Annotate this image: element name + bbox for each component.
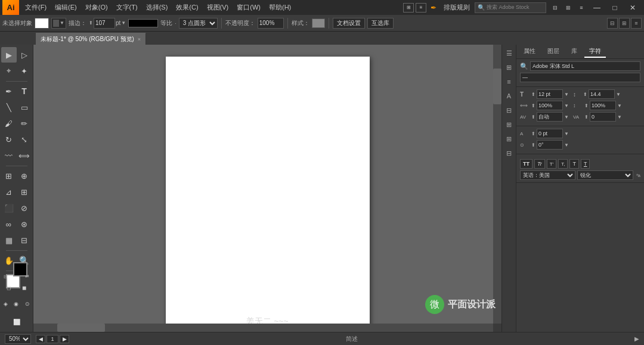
pencil-tool[interactable]: ✏ [17, 116, 32, 131]
layers-panel-btn[interactable]: ⊞ [503, 61, 515, 73]
eyedropper-tool[interactable]: ⊘ [17, 200, 32, 216]
menu-window[interactable]: 窗口(W) [233, 2, 264, 13]
maximize-btn[interactable]: □ [606, 0, 624, 15]
page-number-input[interactable] [47, 335, 58, 343]
vscale-input[interactable] [590, 101, 616, 110]
canvas-scroll-v[interactable] [493, 45, 501, 324]
menu-object[interactable]: 对象(O) [82, 2, 112, 13]
type-btn-Tr[interactable]: Tr [534, 159, 545, 169]
canvas-area[interactable]: 姜无二 ~~~ 微 平面设计派 [33, 45, 501, 332]
character-tab[interactable]: 字符 [584, 46, 606, 58]
symbol-tool[interactable]: ⊛ [17, 216, 32, 232]
properties-tab[interactable]: 属性 [519, 46, 540, 58]
tracking-input[interactable] [590, 112, 616, 122]
extra-btn3[interactable]: ⊙ [22, 296, 33, 312]
char-panel-btn[interactable]: A [503, 90, 515, 102]
document-tab[interactable]: 未标题-1* @ 50% (RGB/GPU 预览) × [36, 33, 146, 45]
tracking-icon: VA [573, 114, 583, 120]
type-btn-Tsup[interactable]: T' [547, 159, 556, 169]
menu-effect[interactable]: 效果(C) [172, 2, 202, 13]
rotation-input[interactable] [537, 140, 563, 150]
font-size-input[interactable] [537, 89, 563, 99]
blend-tool[interactable]: ∞ [1, 216, 17, 232]
rotate-tool[interactable]: ↻ [1, 132, 17, 147]
aa-select[interactable]: 锐化 [577, 170, 633, 180]
doc-setup-btn[interactable]: 文档设置 [333, 18, 365, 29]
slice-tool[interactable]: ⊟ [17, 232, 32, 248]
screen-mode-btn[interactable]: ⬜ [9, 314, 24, 330]
font-name-box[interactable]: Adobe 宋体 Std L [530, 61, 640, 71]
shape-builder-tool[interactable]: ⊕ [17, 168, 32, 184]
type-btn-T1[interactable]: T [569, 159, 579, 169]
extra-btn2[interactable]: ◉ [11, 296, 21, 312]
hscale-input[interactable] [537, 101, 563, 110]
scroll-thumb-horizontal[interactable] [57, 324, 105, 332]
type-btn-T2[interactable]: T [581, 159, 590, 169]
baseline-input[interactable] [537, 129, 563, 138]
chart-tool[interactable]: ▦ [1, 232, 17, 248]
gradient-tool[interactable]: ⬛ [1, 200, 17, 216]
panel-icon2[interactable]: ⊞ [619, 18, 630, 29]
width-tool[interactable]: ⟺ [17, 148, 32, 163]
line-tool[interactable]: ╲ [1, 100, 17, 115]
fill-mode-selector[interactable]: ▼ [51, 18, 66, 29]
mask-mode-btn[interactable]: ◼ [17, 280, 32, 296]
paintbrush-tool[interactable]: 🖌 [1, 116, 17, 131]
selection-tool[interactable]: ▶ [1, 47, 17, 63]
search-box[interactable]: 🔍 搜索 Adobe Stock [475, 2, 546, 13]
menu-view[interactable]: 视图(V) [203, 2, 233, 13]
style-preview[interactable] [312, 18, 325, 28]
scroll-thumb-vertical[interactable] [493, 69, 501, 104]
warp-tool[interactable]: 〰 [1, 148, 17, 163]
leading-input[interactable] [589, 89, 615, 99]
mesh-tool[interactable]: ⊞ [17, 184, 32, 200]
language-select[interactable]: 英语：美国 [520, 170, 575, 180]
magic-wand-tool[interactable]: ✦ [17, 63, 32, 79]
normal-mode-btn[interactable]: ◻ [1, 280, 17, 296]
properties-panel-btn[interactable]: ☰ [503, 47, 515, 59]
menu-type[interactable]: 文字(T) [113, 2, 141, 13]
canvas-scroll-h[interactable] [33, 324, 493, 332]
panel-icon1[interactable]: ⊟ [607, 18, 618, 29]
point-style-select[interactable]: 3 点圆形 [179, 18, 218, 29]
more-btn[interactable]: ≡ [575, 0, 588, 15]
rect-tool[interactable]: ▭ [17, 100, 32, 115]
extra-btn1[interactable]: ◈ [0, 296, 11, 312]
next-page-btn[interactable]: ▶ [60, 335, 69, 343]
align-panel-btn[interactable]: ⊟ [503, 104, 515, 116]
free-transform-tool[interactable]: ⊞ [1, 168, 17, 184]
library-panel-btn[interactable]: ≡ [503, 76, 515, 88]
transform-panel-btn[interactable]: ⊞ [503, 119, 515, 130]
reset-colors-icon[interactable]: ⊟ [4, 274, 8, 279]
scale-tool[interactable]: ⤡ [17, 132, 32, 147]
menu-help[interactable]: 帮助(H) [265, 2, 295, 13]
menu-file[interactable]: 文件(F) [21, 2, 50, 13]
font-style-box[interactable]: — [520, 73, 640, 82]
type-tool[interactable]: T [17, 83, 32, 99]
stroke-value-input[interactable] [94, 18, 115, 29]
swap-colors-icon[interactable]: ⇄ [25, 273, 29, 279]
menu-edit[interactable]: 编辑(E) [51, 2, 80, 13]
lasso-tool[interactable]: ⌖ [1, 63, 17, 79]
select-all-btn[interactable]: 互选库 [367, 18, 394, 29]
pathfinder-panel-btn[interactable]: ⊞ [503, 133, 515, 145]
arrange-btn[interactable]: 排版规则 [439, 2, 475, 13]
tab-close-btn[interactable]: × [138, 36, 141, 42]
menu-select[interactable]: 选择(S) [143, 2, 172, 13]
panel-icon3[interactable]: ≡ [631, 18, 642, 29]
layers-tab[interactable]: 图层 [543, 46, 564, 58]
direct-select-tool[interactable]: ▷ [17, 47, 32, 63]
pen-tool[interactable]: ✒ [1, 83, 17, 99]
zoom-select[interactable]: 50% [5, 334, 31, 344]
library-tab[interactable]: 库 [566, 46, 582, 58]
perspective-tool[interactable]: ⊿ [1, 184, 17, 200]
type-btn-TT[interactable]: TT [520, 159, 532, 169]
minimize-btn[interactable]: — [588, 0, 606, 15]
close-btn[interactable]: ✕ [624, 0, 642, 15]
prev-page-btn[interactable]: ◀ [36, 335, 45, 343]
type-btn-Tsub[interactable]: T, [558, 159, 568, 169]
fill-color-preview[interactable] [35, 18, 49, 29]
appearance-panel-btn[interactable]: ⊟ [503, 147, 515, 159]
kerning-input[interactable] [537, 112, 563, 122]
opacity-input[interactable] [258, 18, 284, 29]
